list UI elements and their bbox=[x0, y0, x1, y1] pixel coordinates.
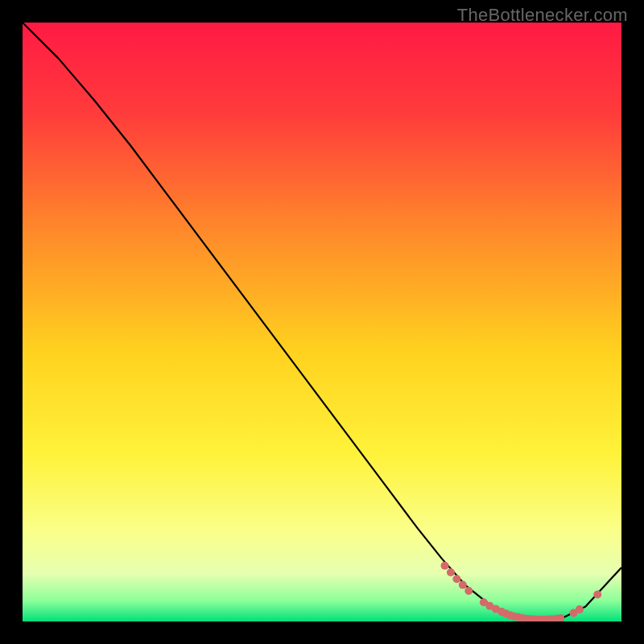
plot-area bbox=[23, 23, 621, 621]
marker-dot bbox=[441, 562, 449, 570]
marker-dot bbox=[576, 605, 584, 613]
watermark-text: TheBottlenecker.com bbox=[457, 5, 628, 26]
marker-dot bbox=[452, 575, 460, 583]
marker-dot bbox=[447, 568, 455, 576]
chart-curve bbox=[23, 23, 621, 621]
marker-dot bbox=[464, 587, 473, 595]
marker-dot bbox=[459, 581, 467, 589]
marker-dot bbox=[593, 591, 601, 599]
